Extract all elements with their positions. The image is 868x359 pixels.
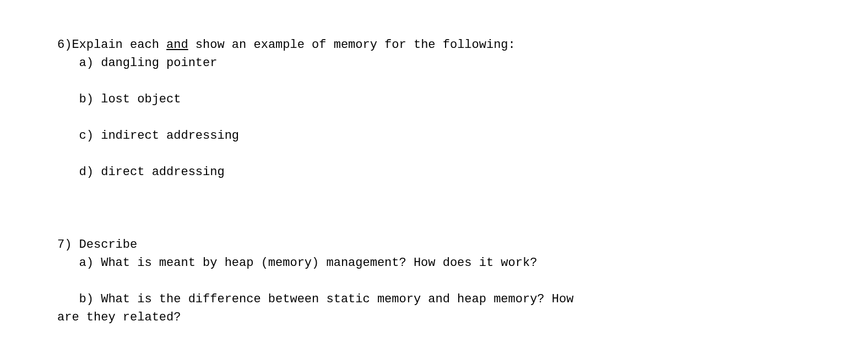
q7-item-b-line2: are they related?	[57, 311, 181, 324]
q7-item-b-line1: b) What is the difference between static…	[57, 292, 573, 306]
document-page: 6)Explain each and show an example of me…	[0, 0, 868, 327]
q6-header-post: show an example of memory for the follow…	[188, 38, 516, 52]
q6-item-c: c) indirect addressing	[57, 129, 239, 143]
q6-item-a: a) dangling pointer	[57, 56, 217, 70]
q6-header-pre: 6)Explain each	[57, 38, 166, 52]
q7-header: 7) Describe	[57, 238, 137, 252]
q7-item-a: a) What is meant by heap (memory) manage…	[57, 256, 537, 270]
q6-header-underline: and	[166, 38, 188, 52]
q6-item-d: d) direct addressing	[57, 165, 225, 179]
q6-header: 6)Explain each and show an example of me…	[57, 38, 516, 52]
q6-item-b: b) lost object	[57, 93, 181, 106]
